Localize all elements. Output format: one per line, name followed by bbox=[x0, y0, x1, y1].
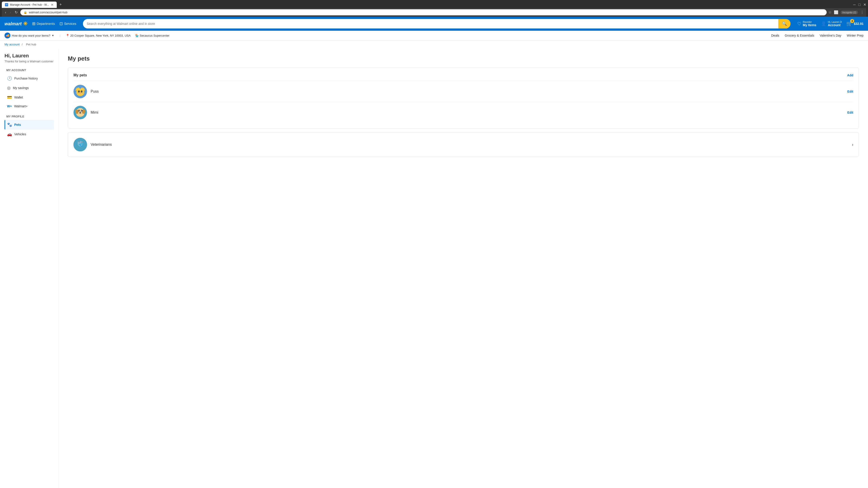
vet-avatar: 🩺 bbox=[73, 138, 87, 151]
tab-title: Manage Account - Pet hub - W... bbox=[10, 3, 49, 6]
veterinarians-card[interactable]: 🩺 Veterinarians › bbox=[68, 132, 859, 157]
account-action[interactable]: 👤 Hi, Lauren D Account bbox=[821, 21, 842, 27]
nav-link-grocery[interactable]: Grocery & Essentials bbox=[785, 34, 814, 37]
nav-link-deals[interactable]: Deals bbox=[771, 34, 779, 37]
pet-name-mimi: Mimi bbox=[91, 110, 847, 115]
pet-avatar-mimi bbox=[73, 106, 87, 119]
breadcrumb-pet-hub: Pet hub bbox=[26, 43, 36, 46]
edit-puss-button[interactable]: Edit bbox=[847, 90, 853, 93]
account-main: Account bbox=[828, 23, 842, 27]
cart-price: $32.91 bbox=[854, 22, 864, 26]
maximize-button[interactable]: □ bbox=[858, 3, 861, 7]
sidebar-item-walmart-plus[interactable]: W+ Walmart+ bbox=[4, 102, 54, 110]
svg-point-27 bbox=[79, 110, 82, 113]
wallet-icon: 💳 bbox=[7, 95, 12, 100]
my-profile-section-title: My profile bbox=[4, 115, 54, 118]
pets-card-header: My pets Add bbox=[73, 73, 853, 77]
account-icon: 👤 bbox=[821, 21, 827, 26]
sidebar-greeting: Hi, Lauren Thanks for being a Walmart cu… bbox=[4, 53, 54, 63]
walmart-header: walmart ✳ ⊞ Departments ⊡ Services 🔍 ♡ R… bbox=[0, 17, 868, 31]
sidebar-item-label: My savings bbox=[13, 86, 29, 90]
delivery-label: How do you want your items? bbox=[12, 34, 51, 37]
delivery-icon: 🚚 bbox=[4, 33, 10, 38]
reorder-sub: Reorder bbox=[803, 21, 816, 23]
separator: | bbox=[59, 34, 60, 37]
address-bar[interactable]: 🔒 walmart.com/account/pet-hub bbox=[20, 9, 827, 15]
url-display: walmart.com/account/pet-hub bbox=[29, 11, 68, 14]
bookmark-icon[interactable]: ☆ bbox=[829, 10, 832, 14]
main-layout: Hi, Lauren Thanks for being a Walmart cu… bbox=[0, 48, 868, 488]
tab-bar: W Manage Account - Pet hub - W... ✕ + ─ … bbox=[2, 1, 866, 8]
profile-icon[interactable]: ⬜ bbox=[834, 10, 838, 14]
my-profile-section: My profile 🐾 Pets 🚗 Vehicles bbox=[4, 115, 54, 139]
minimize-button[interactable]: ─ bbox=[853, 3, 856, 7]
store-text: Secaucus Supercenter bbox=[140, 34, 169, 37]
search-button[interactable]: 🔍 bbox=[778, 19, 790, 29]
edit-mimi-button[interactable]: Edit bbox=[847, 111, 853, 114]
sidebar-item-purchase-history[interactable]: 🕐 Purchase history bbox=[4, 74, 54, 83]
search-input[interactable] bbox=[83, 20, 778, 28]
reorder-action[interactable]: ♡ Reorder My Items bbox=[797, 21, 816, 27]
location-display[interactable]: 📍 20 Cooper Square, New York, NY 10003, … bbox=[66, 34, 131, 37]
svg-point-12 bbox=[80, 93, 81, 94]
sidebar-item-vehicles[interactable]: 🚗 Vehicles bbox=[4, 129, 54, 139]
header-right: ♡ Reorder My Items 👤 Hi, Lauren D Accoun… bbox=[797, 21, 864, 27]
account-sub: Hi, Lauren D bbox=[828, 21, 842, 23]
pets-icon: 🐾 bbox=[7, 122, 12, 127]
departments-label: Departments bbox=[37, 22, 55, 26]
my-account-section-title: My account bbox=[4, 68, 54, 72]
departments-icon: ⊞ bbox=[32, 21, 35, 26]
chevron-right-icon: › bbox=[852, 142, 853, 147]
breadcrumb-my-account[interactable]: My account bbox=[4, 43, 20, 46]
pet-avatar-puss bbox=[73, 85, 87, 98]
veterinarians-label: Veterinarians bbox=[91, 142, 852, 147]
forward-button[interactable]: › bbox=[9, 9, 12, 15]
sidebar-item-label: Vehicles bbox=[14, 132, 26, 136]
svg-point-10 bbox=[79, 91, 79, 92]
sidebar-item-pets[interactable]: 🐾 Pets bbox=[4, 120, 54, 129]
walmart-logo[interactable]: walmart ✳ bbox=[4, 21, 28, 27]
breadcrumb: My account / Pet hub bbox=[0, 40, 868, 48]
svg-point-11 bbox=[81, 91, 82, 92]
tab-close-btn[interactable]: ✕ bbox=[51, 3, 54, 6]
vehicles-icon: 🚗 bbox=[7, 132, 12, 137]
sidebar-item-label: Purchase history bbox=[14, 76, 38, 80]
nav-links: Deals Grocery & Essentials Valentine's D… bbox=[771, 34, 864, 37]
sidebar-item-my-savings[interactable]: ◎ My savings bbox=[4, 83, 54, 93]
pet-name-puss: Puss bbox=[91, 90, 847, 94]
svg-point-24 bbox=[79, 110, 79, 111]
sidebar-item-label: Walmart+ bbox=[14, 104, 28, 108]
cart-action[interactable]: 🛒 3 $32.91 bbox=[846, 21, 864, 27]
departments-nav[interactable]: ⊞ Departments bbox=[32, 21, 55, 26]
delivery-button[interactable]: 🚚 How do you want your items? ▼ bbox=[4, 33, 54, 38]
cart-icon: 🛒 3 bbox=[846, 21, 852, 27]
sidebar-item-wallet[interactable]: 💳 Wallet bbox=[4, 93, 54, 102]
reorder-main: My Items bbox=[803, 23, 816, 27]
incognito-badge[interactable]: Incognito (2) bbox=[841, 11, 858, 14]
reload-button[interactable]: ↻ bbox=[14, 9, 19, 15]
services-nav[interactable]: ⊡ Services bbox=[59, 21, 76, 26]
menu-icon[interactable]: ⋮ bbox=[860, 10, 864, 14]
active-tab[interactable]: W Manage Account - Pet hub - W... ✕ bbox=[2, 2, 57, 8]
purchase-history-icon: 🕐 bbox=[7, 76, 12, 81]
greeting-name: Hi, Lauren bbox=[4, 53, 54, 59]
pet-row-puss: Puss Edit bbox=[73, 81, 853, 102]
walmart-plus-icon: W+ bbox=[7, 104, 12, 108]
close-button[interactable]: ✕ bbox=[863, 2, 866, 7]
main-content: My pets My pets Add bbox=[59, 48, 868, 488]
pet-row-mimi: Mimi Edit bbox=[73, 102, 853, 123]
nav-link-valentines[interactable]: Valentine's Day bbox=[819, 34, 841, 37]
add-pet-button[interactable]: Add bbox=[847, 73, 853, 77]
back-button[interactable]: ‹ bbox=[4, 9, 7, 15]
new-tab-button[interactable]: + bbox=[58, 1, 64, 8]
location-text: 20 Cooper Square, New York, NY 10003, US… bbox=[70, 34, 131, 37]
store-location[interactable]: 🏪 Secaucus Supercenter bbox=[135, 34, 169, 37]
nav-link-winter[interactable]: Winter Prep bbox=[847, 34, 864, 37]
pets-card-title: My pets bbox=[73, 73, 87, 77]
sidebar: Hi, Lauren Thanks for being a Walmart cu… bbox=[0, 48, 59, 488]
toolbar-icons: ☆ ⬜ Incognito (2) ⋮ bbox=[829, 10, 864, 14]
my-savings-icon: ◎ bbox=[7, 86, 11, 90]
my-pets-card: My pets Add bbox=[68, 68, 859, 129]
svg-text:🩺: 🩺 bbox=[77, 140, 84, 147]
window-controls: ─ □ ✕ bbox=[853, 2, 866, 7]
